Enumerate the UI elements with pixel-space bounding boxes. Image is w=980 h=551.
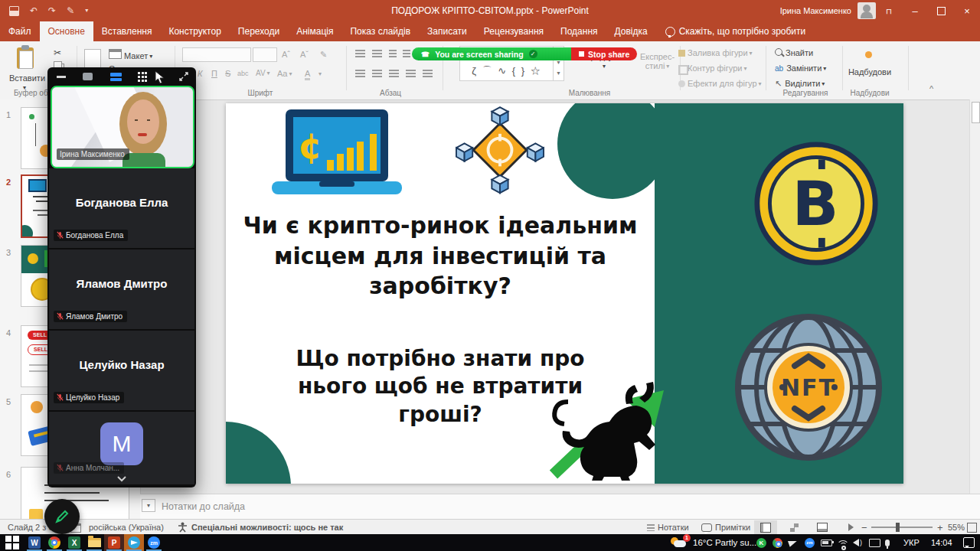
- slide-sorter-view-button[interactable]: [782, 520, 805, 534]
- notes-splitter-icon[interactable]: ▾: [142, 499, 155, 512]
- ribbon-display-options-button[interactable]: ⊓: [876, 0, 902, 21]
- close-button[interactable]: ×: [954, 0, 980, 21]
- fit-slide-button[interactable]: [967, 523, 977, 533]
- strikethrough-icon[interactable]: S: [225, 69, 230, 78]
- increase-indent-icon[interactable]: [403, 50, 410, 60]
- notes-toggle-button[interactable]: Нотатки: [647, 523, 689, 532]
- tab-design[interactable]: Конструктор: [160, 21, 229, 41]
- chevron-down-icon[interactable]: [116, 476, 127, 482]
- accessibility-status[interactable]: Спеціальні можливості: щось не так: [191, 523, 343, 532]
- keyboard-language[interactable]: УКР: [903, 538, 920, 547]
- participant-tile[interactable]: Целуйко Назар Целуйко Назар: [49, 331, 194, 410]
- tab-file[interactable]: Файл: [0, 21, 40, 41]
- mic-tray-icon[interactable]: [885, 537, 890, 548]
- font-color-dropdown-icon[interactable]: ▾: [318, 70, 322, 77]
- taskbar-excel[interactable]: X: [64, 534, 84, 551]
- tab-review[interactable]: Рецензування: [475, 21, 552, 41]
- scrollbar-thumb[interactable]: [972, 102, 980, 123]
- shape-fill-button[interactable]: Заливка фігури▾: [688, 48, 753, 57]
- reading-view-button[interactable]: [811, 520, 834, 534]
- start-button[interactable]: [2, 534, 23, 551]
- taskbar-zoom[interactable]: zm: [144, 534, 164, 551]
- align-right-icon[interactable]: [389, 70, 399, 80]
- tray-telegram-icon[interactable]: [789, 537, 797, 548]
- tab-home[interactable]: Основне: [40, 21, 93, 41]
- speaker-view-icon[interactable]: [83, 73, 93, 83]
- participant-tile[interactable]: Яламов Дмитро Яламов Дмитро: [49, 249, 194, 329]
- slideshow-view-button[interactable]: [839, 520, 862, 534]
- align-center-icon[interactable]: [372, 70, 382, 80]
- decrease-indent-icon[interactable]: [389, 50, 397, 60]
- tray-kaspersky-icon[interactable]: K: [756, 537, 766, 548]
- zoom-percentage[interactable]: 55%: [948, 523, 965, 532]
- taskbar-telegram[interactable]: [124, 534, 144, 551]
- tab-animations[interactable]: Анімація: [288, 21, 341, 41]
- zoom-in-button[interactable]: +: [937, 522, 943, 533]
- action-center-icon[interactable]: [963, 537, 975, 548]
- wifi-icon[interactable]: [837, 539, 849, 549]
- shape-outline-button[interactable]: Контур фігури▾: [688, 64, 746, 73]
- zoom-slider-thumb[interactable]: [896, 523, 900, 532]
- participant-tile[interactable]: M Анна Молчан...: [49, 412, 194, 484]
- grid-view-icon[interactable]: [138, 72, 147, 82]
- collapse-ribbon-icon[interactable]: ^: [929, 84, 933, 93]
- screen-share-tray-icon[interactable]: [869, 537, 880, 548]
- restore-button[interactable]: [928, 0, 954, 21]
- font-color-icon[interactable]: A: [305, 69, 310, 80]
- align-left-icon[interactable]: [355, 70, 365, 80]
- line-spacing-icon[interactable]: [423, 70, 433, 80]
- shape-effects-button[interactable]: Ефекти для фігур▾: [688, 79, 762, 88]
- vertical-scrollbar[interactable]: [969, 99, 980, 494]
- shrink-font-icon[interactable]: Aˇ: [300, 50, 309, 59]
- character-spacing-icon[interactable]: AV▾: [256, 69, 270, 77]
- quick-styles-button[interactable]: Експрес-стилі▾: [640, 52, 675, 70]
- comments-toggle-button[interactable]: Примітки: [701, 523, 750, 532]
- notes-pane[interactable]: ▾ Нотатки до слайда: [140, 494, 980, 520]
- account-name[interactable]: Ірина Максименко: [780, 6, 851, 15]
- tab-view[interactable]: Подання: [552, 21, 606, 41]
- cut-icon[interactable]: ✂: [54, 47, 61, 58]
- bullets-icon[interactable]: [355, 50, 365, 60]
- tab-help[interactable]: Довідка: [606, 21, 656, 41]
- tray-zoom-icon[interactable]: zm: [805, 537, 815, 548]
- tab-insert[interactable]: Вставлення: [93, 21, 161, 41]
- zoom-slider-track[interactable]: [871, 527, 933, 528]
- avatar[interactable]: [858, 2, 876, 19]
- gallery-view-icon[interactable]: [110, 73, 122, 83]
- tab-transitions[interactable]: Переходи: [230, 21, 288, 41]
- weather-status[interactable]: 16°C Partly su...: [693, 538, 756, 547]
- tray-chrome-icon[interactable]: [773, 537, 782, 548]
- font-name-box[interactable]: [182, 47, 251, 62]
- language-status[interactable]: російська (Україна): [89, 523, 164, 532]
- text-shadow-icon[interactable]: abc: [237, 70, 249, 77]
- battery-icon[interactable]: [821, 537, 832, 548]
- weather-icon[interactable]: 1: [671, 537, 688, 548]
- stop-share-button[interactable]: Stop share: [571, 47, 637, 60]
- clear-format-icon[interactable]: ✎: [320, 50, 327, 60]
- slide-canvas[interactable]: ¢ Чи є крипто-ринок ідеальни: [226, 103, 903, 484]
- font-size-box[interactable]: [253, 47, 277, 62]
- minimize-button[interactable]: –: [902, 0, 928, 21]
- justify-icon[interactable]: [406, 70, 416, 80]
- change-case-icon[interactable]: Aa▾: [277, 69, 292, 78]
- expand-icon[interactable]: [179, 72, 188, 81]
- speaker-icon[interactable]: ): [853, 537, 862, 548]
- numbering-icon[interactable]: [372, 50, 382, 60]
- normal-view-button[interactable]: [754, 520, 777, 534]
- layout-button[interactable]: Макет▾: [109, 49, 152, 60]
- zoom-out-button[interactable]: −: [861, 522, 867, 533]
- addins-button[interactable]: Надбудови: [847, 67, 893, 77]
- call-minimize-icon[interactable]: [57, 71, 66, 81]
- annotation-pencil-button[interactable]: [44, 499, 80, 534]
- tell-me-box[interactable]: Скажіть, що потрібно зробити: [656, 21, 806, 41]
- select-button[interactable]: ↖Виділити▾: [775, 79, 825, 89]
- replace-button[interactable]: abЗамінити▾: [775, 64, 826, 73]
- find-button[interactable]: Знайти: [775, 48, 813, 57]
- taskbar-chrome[interactable]: [44, 534, 64, 551]
- tab-slideshow[interactable]: Показ слайдів: [341, 21, 419, 41]
- grow-font-icon[interactable]: Aˆ: [282, 50, 290, 59]
- speaker-video-tile[interactable]: Ірина Максименко: [51, 86, 194, 168]
- taskbar-explorer[interactable]: [84, 534, 104, 551]
- taskbar-powerpoint[interactable]: P: [104, 534, 124, 551]
- participant-tile[interactable]: Богданова Елла Богданова Елла: [49, 168, 194, 248]
